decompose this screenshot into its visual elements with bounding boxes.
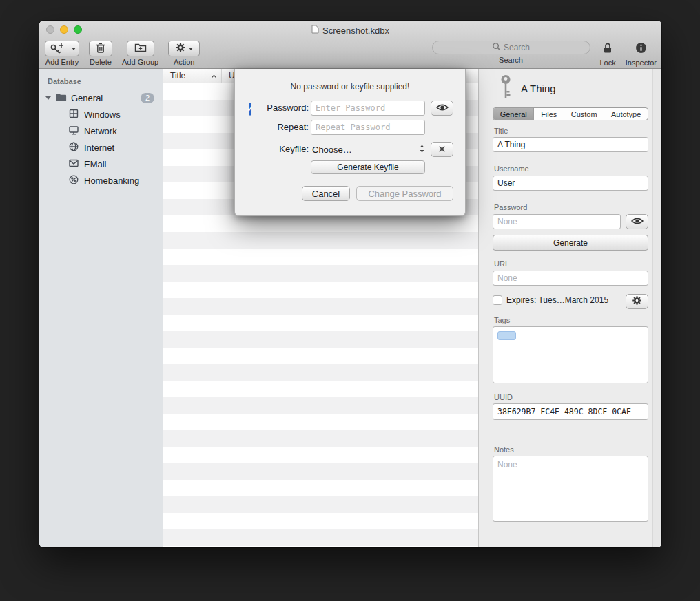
search-label: Search <box>499 56 523 64</box>
password-label: Password: <box>235 101 309 116</box>
count-badge: 2 <box>141 93 154 103</box>
tags-field-label: Tags <box>494 316 510 324</box>
sidebar-header: Database <box>39 74 163 89</box>
add-group-label: Add Group <box>122 58 158 66</box>
disclosure-triangle-icon[interactable] <box>45 96 51 100</box>
add-group-button[interactable] <box>127 41 154 56</box>
tab-custom[interactable]: Custom <box>564 108 604 120</box>
eye-icon <box>436 102 449 114</box>
sort-ascending-icon <box>211 71 217 81</box>
generate-password-button[interactable]: Generate <box>493 235 648 251</box>
tab-autotype[interactable]: Autotype <box>604 108 648 120</box>
chevron-down-icon[interactable] <box>68 41 79 56</box>
sidebar-item-label: Network <box>84 126 117 136</box>
tags-field[interactable] <box>493 326 648 383</box>
search-icon <box>492 42 501 53</box>
column-header-title[interactable]: Title <box>163 69 222 83</box>
reveal-password-button[interactable] <box>431 101 453 116</box>
expires-settings-button[interactable] <box>626 294 648 309</box>
sidebar: Database General 2 Windows <box>39 69 163 547</box>
network-icon <box>68 125 79 138</box>
add-entry-label: Add Entry <box>45 58 79 66</box>
username-field-label: Username <box>494 165 529 173</box>
inspector-button[interactable] <box>635 41 647 57</box>
inspector-tabs: General Files Custom Autotype <box>493 107 648 120</box>
entry-title: A Thing <box>521 83 556 94</box>
sidebar-item-homebanking[interactable]: Homebanking <box>39 172 163 189</box>
sidebar-item-email[interactable]: EMail <box>39 156 163 172</box>
generate-keyfile-button[interactable]: Generate Keyfile <box>311 160 425 174</box>
search-placeholder: Search <box>504 43 530 52</box>
title-field[interactable] <box>493 137 648 152</box>
email-icon <box>68 158 79 171</box>
sidebar-item-network[interactable]: Network <box>39 123 163 139</box>
titlebar: Screenshot.kdbx <box>39 24 661 36</box>
inspector-label: Inspector <box>626 59 657 67</box>
internet-icon <box>68 141 79 154</box>
column-title-label: Title <box>170 71 185 81</box>
sidebar-group-label: General <box>71 93 103 103</box>
sidebar-item-label: Internet <box>84 143 114 153</box>
tab-general[interactable]: General <box>493 108 534 120</box>
sidebar-item-internet[interactable]: Internet <box>39 139 163 156</box>
close-x-icon <box>438 143 446 156</box>
sidebar-item-label: Homebanking <box>84 176 139 186</box>
uuid-field-label: UUID <box>494 393 513 401</box>
change-password-dialog: No password or keyfile supplied! Passwor… <box>234 69 466 216</box>
password-field[interactable] <box>493 214 621 229</box>
uuid-field[interactable] <box>493 403 648 420</box>
folder-icon <box>55 92 67 104</box>
action-label: Action <box>174 58 195 66</box>
inspector-panel: A Thing General Files Custom Autotype Ti… <box>479 69 661 547</box>
change-password-button[interactable]: Change Password <box>356 186 453 201</box>
toolbar: Add Entry Delete <box>45 39 657 69</box>
password-input[interactable] <box>311 101 425 116</box>
keyfile-popup[interactable]: Choose… <box>312 142 425 157</box>
url-field[interactable] <box>493 271 648 286</box>
desktop: Screenshot.kdbx Add Entry <box>0 0 700 601</box>
lock-button[interactable] <box>602 41 613 57</box>
search-input[interactable]: Search <box>432 41 590 54</box>
action-button[interactable] <box>168 41 200 56</box>
expires-row: Expires: Tues…March 2015 <box>493 295 620 305</box>
url-field-label: URL <box>494 260 509 268</box>
document-icon <box>311 24 319 36</box>
sidebar-item-label: Windows <box>84 109 121 120</box>
sidebar-group-general[interactable]: General 2 <box>39 89 163 106</box>
dialog-message: No password or keyfile supplied! <box>235 82 465 92</box>
inspector-scrollbar[interactable] <box>652 69 661 547</box>
delete-button[interactable] <box>89 41 112 56</box>
info-icon <box>635 42 647 56</box>
padlock-icon <box>602 42 613 56</box>
trash-icon <box>96 42 105 56</box>
windows-icon <box>68 108 79 121</box>
username-field[interactable] <box>493 176 648 191</box>
homebanking-icon <box>68 174 79 187</box>
add-entry-button[interactable] <box>45 41 79 56</box>
repeat-label: Repeat: <box>235 120 309 135</box>
tag-token[interactable] <box>497 331 516 340</box>
stepper-icon <box>419 143 425 156</box>
repeat-input[interactable] <box>311 120 425 135</box>
gear-icon <box>632 295 642 308</box>
sidebar-item-windows[interactable]: Windows <box>39 106 163 123</box>
window-title: Screenshot.kdbx <box>322 25 389 36</box>
entry-header: A Thing <box>500 76 556 101</box>
notes-field[interactable] <box>493 456 648 522</box>
tab-files[interactable]: Files <box>534 108 564 120</box>
divider <box>479 439 661 439</box>
folder-plus-icon <box>134 43 147 55</box>
delete-label: Delete <box>90 58 112 66</box>
chevron-down-icon <box>189 48 193 50</box>
window-header: Screenshot.kdbx Add Entry <box>39 21 661 69</box>
lock-label: Lock <box>600 59 616 67</box>
cancel-button[interactable]: Cancel <box>302 186 350 201</box>
password-field-label: Password <box>494 203 527 211</box>
gear-icon <box>175 42 186 56</box>
expires-label: Expires: Tues…March 2015 <box>506 295 608 305</box>
clear-keyfile-button[interactable] <box>431 142 453 157</box>
title-field-label: Title <box>494 127 508 135</box>
eye-icon <box>631 215 644 228</box>
expires-checkbox[interactable] <box>493 295 502 305</box>
reveal-password-button[interactable] <box>626 214 648 229</box>
